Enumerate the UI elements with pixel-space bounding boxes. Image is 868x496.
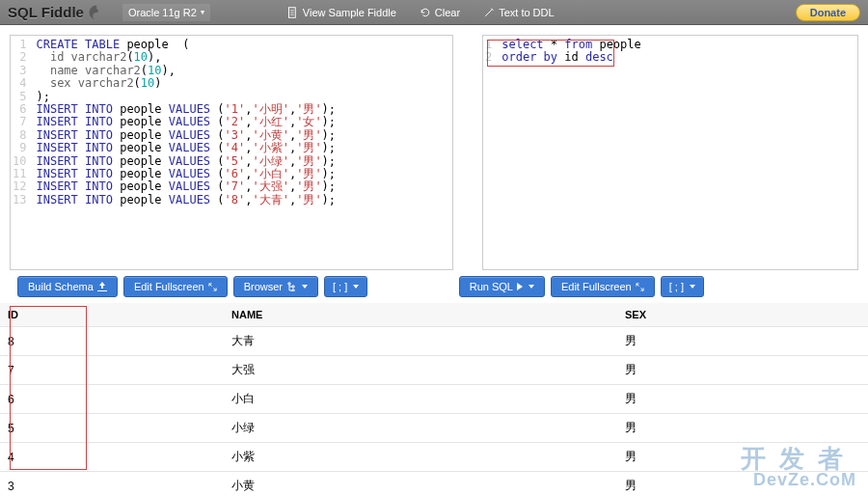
editor-panels: 12345678910111213 CREATE TABLE people ( …: [0, 25, 868, 272]
cell-id: 3: [0, 472, 224, 497]
wand-icon: [483, 7, 495, 18]
col-header-id: ID: [0, 303, 224, 327]
cell-name: 大强: [224, 356, 617, 385]
caret-down-icon: [529, 285, 534, 289]
cell-name: 小绿: [224, 414, 617, 443]
table-row[interactable]: 7大强男: [0, 356, 868, 385]
table-row[interactable]: 5小绿男: [0, 414, 868, 443]
cell-sex: 男: [617, 356, 868, 385]
donate-button[interactable]: Donate: [796, 4, 860, 21]
db-engine-label: Oracle 11g R2: [128, 7, 197, 18]
play-icon: [517, 283, 523, 290]
caret-down-icon: [353, 285, 359, 289]
refresh-icon: [420, 7, 431, 18]
schema-editor[interactable]: 12345678910111213 CREATE TABLE people ( …: [10, 35, 453, 270]
cell-id: 7: [0, 356, 224, 385]
table-row[interactable]: 8大青男: [0, 327, 868, 356]
table-row[interactable]: 4小紫男: [0, 443, 868, 472]
caret-down-icon: [690, 285, 695, 289]
terminator-schema-button[interactable]: [ ; ]: [324, 276, 367, 297]
expand-icon: [636, 283, 644, 291]
terminator-query-button[interactable]: [ ; ]: [661, 276, 704, 297]
document-icon: [287, 7, 299, 18]
cell-name: 大青: [224, 327, 617, 356]
query-toolbar: Run SQL Edit Fullscreen [ ; ]: [449, 272, 868, 301]
table-header-row: ID NAME SEX: [0, 303, 868, 327]
caret-down-icon: [302, 285, 308, 289]
clear-link[interactable]: Clear: [420, 7, 460, 18]
watermark: 开发者 DevZe.CoM: [741, 446, 856, 488]
caret-down-icon: ▾: [201, 8, 204, 16]
run-sql-button[interactable]: Run SQL: [459, 276, 545, 297]
table-row[interactable]: 3小黄男: [0, 472, 868, 497]
logo-icon: [88, 4, 105, 21]
edit-fullscreen-query-button[interactable]: Edit Fullscreen: [551, 276, 655, 297]
cell-sex: 男: [617, 414, 868, 443]
tree-icon: [286, 282, 296, 291]
brand-title: SQL Fiddle: [8, 4, 84, 20]
cell-id: 4: [0, 443, 224, 472]
col-header-name: NAME: [224, 303, 617, 327]
edit-fullscreen-schema-button[interactable]: Edit Fullscreen: [123, 276, 228, 297]
cell-id: 6: [0, 385, 224, 414]
view-sample-fiddle-link[interactable]: View Sample Fiddle: [287, 7, 396, 18]
cell-name: 小黄: [224, 472, 617, 497]
schema-toolbar: Build Schema Edit Fullscreen Browser [ ;…: [0, 272, 377, 301]
build-schema-button[interactable]: Build Schema: [17, 276, 118, 297]
db-engine-dropdown[interactable]: Oracle 11g R2 ▾: [122, 4, 210, 21]
cell-name: 小白: [224, 385, 617, 414]
col-header-sex: SEX: [617, 303, 868, 327]
cell-name: 小紫: [224, 443, 617, 472]
upload-icon: [97, 282, 107, 291]
results-table: ID NAME SEX 8大青男7大强男6小白男5小绿男4小紫男3小黄男2小红女: [0, 303, 868, 496]
browser-button[interactable]: Browser: [233, 276, 318, 297]
cell-sex: 男: [617, 327, 868, 356]
table-row[interactable]: 6小白男: [0, 385, 868, 414]
cell-sex: 男: [617, 385, 868, 414]
query-editor[interactable]: 12 select * from peopleorder by id desc: [482, 35, 858, 270]
expand-icon: [208, 283, 217, 291]
app-toolbar: SQL Fiddle Oracle 11g R2 ▾ View Sample F…: [0, 0, 868, 25]
cell-id: 5: [0, 414, 224, 443]
cell-id: 8: [0, 327, 224, 356]
text-to-ddl-link[interactable]: Text to DDL: [483, 7, 554, 18]
